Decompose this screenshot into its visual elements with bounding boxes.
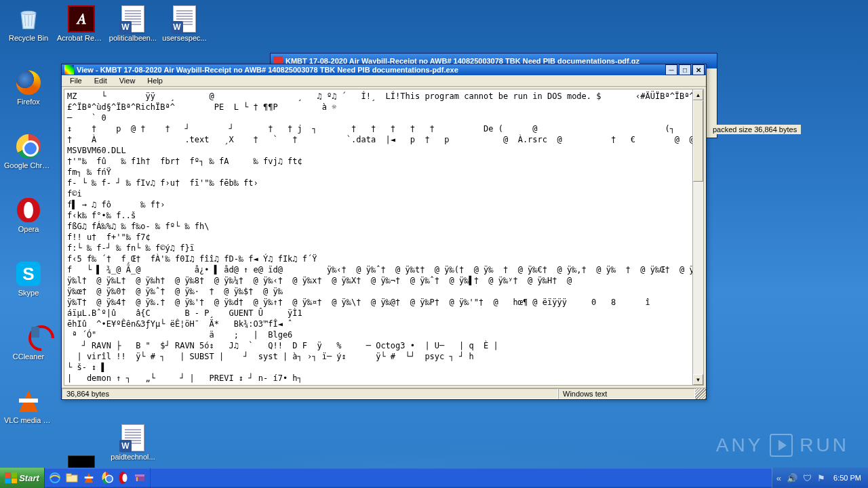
- usersespec-doc[interactable]: usersespec...: [159, 3, 210, 54]
- titlebar[interactable]: View - KMBT 17-08-2020 Air Waybill-Recei…: [62, 64, 706, 75]
- menu-edit[interactable]: Edit: [89, 75, 113, 86]
- svg-rect-6: [136, 477, 138, 481]
- firefox-icon: [15, 69, 42, 96]
- back-window-status: packed size 36,864 bytes: [709, 125, 801, 134]
- scroll-down-button[interactable]: ▼: [693, 374, 703, 385]
- maximize-button[interactable]: □: [679, 64, 691, 75]
- scroll-thumb[interactable]: [693, 100, 703, 182]
- skype[interactable]: S Skype: [3, 258, 54, 309]
- system-tray: « 🔊 🛡 ⚑ 6:50 PM: [772, 468, 868, 488]
- firefox[interactable]: Firefox: [3, 66, 54, 118]
- svg-point-1: [50, 473, 60, 483]
- content-area: MZ └ ÿÿ ¸ @ ¸ ♫ º♫ ´ Í!¸ LÍ!This program…: [64, 89, 704, 386]
- scroll-up-button[interactable]: ▲: [693, 89, 703, 100]
- text-viewer[interactable]: MZ └ ÿÿ ¸ @ ¸ ♫ º♫ ´ Í!¸ LÍ!This program…: [64, 89, 692, 385]
- ql-vlc[interactable]: [81, 470, 96, 485]
- window-title: View - KMBT 17-08-2020 Air Waybill-Recei…: [77, 66, 665, 74]
- ccleaner[interactable]: CCleaner: [3, 321, 54, 373]
- word-doc-icon: [119, 424, 146, 451]
- taskbar-clock[interactable]: 6:50 PM: [831, 474, 864, 482]
- scroll-track[interactable]: [693, 100, 703, 374]
- opera[interactable]: Opera: [3, 194, 54, 245]
- google-chrome[interactable]: Google Chrome: [3, 130, 54, 182]
- ql-explorer[interactable]: [64, 470, 79, 485]
- tray-flag-icon[interactable]: ⚑: [817, 473, 825, 483]
- svg-rect-5: [135, 474, 144, 476]
- resize-grip[interactable]: [695, 388, 706, 399]
- tray-chevron-icon[interactable]: «: [776, 473, 781, 483]
- adobe-reader[interactable]: 𝐴 Acrobat Reader DC: [56, 3, 107, 54]
- anyrun-watermark: ANY RUN: [716, 434, 849, 457]
- statusbar: 36,864 bytes Windows text: [62, 388, 706, 399]
- svg-rect-3: [66, 474, 71, 476]
- viewer-window: View - KMBT 17-08-2020 Air Waybill-Recei…: [61, 64, 707, 400]
- ql-chrome[interactable]: [98, 470, 113, 485]
- ccleaner-icon: [15, 324, 42, 351]
- menu-file[interactable]: File: [64, 75, 87, 86]
- taskbar: Start « 🔊 🛡 ⚑ 6:50 PM: [0, 468, 868, 488]
- scrollbar-vertical[interactable]: ▲ ▼: [692, 89, 703, 385]
- ql-ie[interactable]: [47, 470, 62, 485]
- menubar: File Edit View Help: [62, 75, 706, 87]
- tray-shield-icon[interactable]: 🛡: [803, 473, 812, 483]
- word-doc-icon: [171, 5, 198, 33]
- status-encoding: Windows text: [558, 388, 695, 399]
- vlc[interactable]: VLC media player: [3, 385, 54, 436]
- app-icon: [64, 65, 74, 75]
- tray-volume-icon[interactable]: 🔊: [787, 473, 797, 483]
- taskbar-tasks[interactable]: [151, 468, 772, 488]
- opera-icon: [15, 197, 42, 224]
- windows-flag-icon: [5, 472, 17, 483]
- politicalbeen-doc[interactable]: politicalbeen...: [107, 3, 159, 54]
- start-button[interactable]: Start: [0, 468, 45, 488]
- ql-opera[interactable]: [115, 470, 130, 485]
- desktop-icons-top-row: politicalbeen... usersespec...: [107, 3, 210, 54]
- adobe-icon: 𝐴: [68, 5, 95, 33]
- close-button[interactable]: ✕: [692, 64, 705, 75]
- desktop-icons-bottom-row: paidtechnol...: [107, 422, 159, 473]
- ql-winrar[interactable]: [132, 470, 147, 485]
- svg-point-0: [21, 11, 36, 14]
- menu-help[interactable]: Help: [142, 75, 168, 86]
- menu-view[interactable]: View: [114, 75, 141, 86]
- vlc-icon: [15, 388, 42, 415]
- status-size: 36,864 bytes: [62, 388, 558, 399]
- play-icon: [770, 434, 793, 457]
- minimize-button[interactable]: ─: [665, 64, 677, 75]
- recycle-bin[interactable]: Recycle Bin: [3, 3, 54, 54]
- word-doc-icon: [119, 5, 146, 33]
- quick-launch: [45, 468, 151, 488]
- desktop-icons-col-1: Recycle Bin Firefox Google Chrome Opera …: [3, 3, 54, 436]
- paidtechnol-doc[interactable]: paidtechnol...: [107, 422, 159, 473]
- skype-icon: S: [15, 260, 42, 287]
- chrome-icon: [15, 133, 42, 160]
- recycle-bin-icon: [15, 5, 42, 33]
